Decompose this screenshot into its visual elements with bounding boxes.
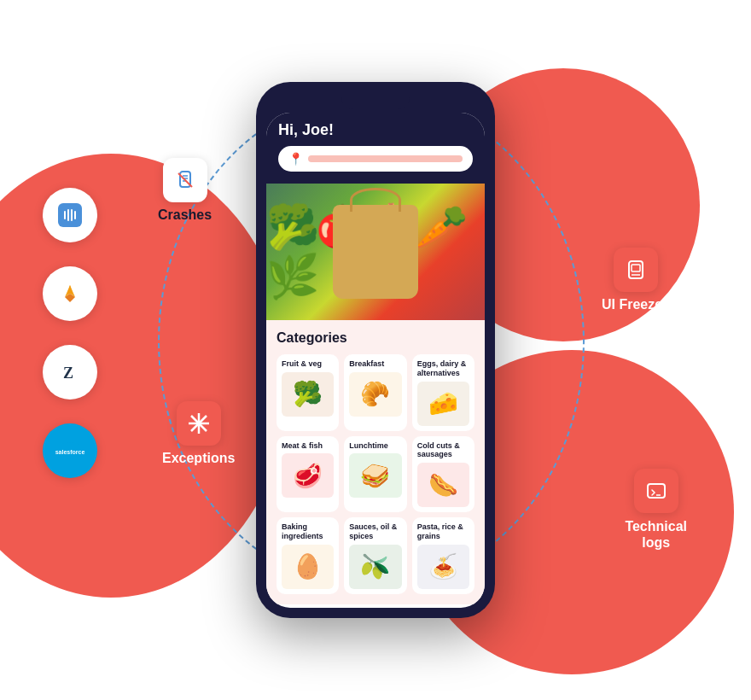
category-card[interactable]: Baking ingredients🥚 (277, 517, 339, 594)
svg-rect-3 (71, 209, 73, 221)
search-bar-fill (308, 155, 463, 162)
category-image: 🥐 (349, 372, 401, 417)
category-name: Eggs, dairy & alternatives (417, 359, 469, 378)
technical-logs-label: Technicallogs (625, 469, 687, 551)
phone-greeting: Hi, Joe! (278, 121, 473, 139)
category-name: Sauces, oil & spices (349, 522, 401, 541)
category-card[interactable]: Fruit & veg🥦 (277, 354, 339, 431)
category-card[interactable]: Breakfast🥐 (344, 354, 406, 431)
category-image: 🧀 (417, 382, 469, 426)
category-card[interactable]: Lunchtime🥪 (344, 436, 406, 513)
categories-title: Categories (277, 330, 474, 346)
integration-firebase (43, 266, 97, 321)
integration-salesforce: salesforce (43, 423, 97, 478)
category-card[interactable]: Meat & fish🥩 (277, 436, 339, 513)
exceptions-text: Exceptions (162, 451, 235, 466)
svg-rect-21 (632, 265, 640, 271)
integrations-list: Z salesforce (43, 188, 97, 478)
svg-text:salesforce: salesforce (55, 449, 85, 455)
category-name: Meat & fish (282, 441, 323, 451)
technical-logs-icon-box (634, 469, 678, 513)
phone-search-bar[interactable]: 📍 (278, 146, 473, 172)
crashes-icon-box (163, 158, 207, 202)
phone-body: Hi, Joe! 📍 🥦🍅🧅🥕🌿 Categories Fruit & veg🥦… (256, 82, 495, 618)
svg-rect-1 (64, 211, 66, 219)
category-name: Baking ingredients (282, 522, 334, 541)
svg-text:Z: Z (63, 365, 73, 382)
category-image: 🥦 (282, 372, 334, 417)
location-pin-icon: 📍 (288, 152, 303, 166)
phone-screen: Hi, Joe! 📍 🥦🍅🧅🥕🌿 Categories Fruit & veg🥦… (266, 113, 485, 608)
svg-rect-4 (74, 211, 76, 219)
phone-mockup: Hi, Joe! 📍 🥦🍅🧅🥕🌿 Categories Fruit & veg🥦… (256, 82, 495, 618)
svg-rect-2 (67, 209, 69, 221)
phone-header: Hi, Joe! 📍 (266, 113, 485, 184)
ui-freezes-label: UI Freezes (602, 248, 670, 312)
grocery-hero-image: 🥦🍅🧅🥕🌿 (266, 184, 485, 320)
ui-freezes-icon-box (614, 248, 658, 292)
category-name: Lunchtime (349, 441, 388, 451)
category-image: 🌭 (417, 463, 469, 507)
crashes-label: Crashes (158, 158, 212, 223)
exceptions-label: Exceptions (162, 401, 235, 466)
categories-grid: Fruit & veg🥦Breakfast🥐Eggs, dairy & alte… (277, 354, 474, 594)
phone-notch (341, 92, 410, 109)
integration-zendesk: Z (43, 345, 97, 400)
category-image: 🍝 (417, 545, 469, 589)
category-name: Pasta, rice & grains (417, 522, 469, 541)
grocery-bag (333, 205, 418, 299)
category-card[interactable]: Pasta, rice & grains🍝 (412, 517, 474, 594)
category-name: Cold cuts & sausages (417, 441, 469, 460)
category-card[interactable]: Eggs, dairy & alternatives🧀 (412, 354, 474, 431)
category-image: 🫒 (349, 545, 401, 589)
category-name: Fruit & veg (282, 359, 322, 369)
category-card[interactable]: Cold cuts & sausages🌭 (412, 436, 474, 513)
ui-freezes-text: UI Freezes (602, 297, 670, 312)
category-card[interactable]: Sauces, oil & spices🫒 (344, 517, 406, 594)
crashes-text: Crashes (158, 207, 212, 223)
category-image: 🥪 (349, 453, 401, 498)
category-image: 🥚 (282, 545, 334, 589)
svg-rect-0 (58, 203, 82, 227)
categories-section: Categories Fruit & veg🥦Breakfast🥐Eggs, d… (266, 320, 485, 604)
technical-logs-text: Technicallogs (625, 518, 687, 551)
category-name: Breakfast (349, 359, 384, 369)
category-image: 🥩 (282, 453, 334, 498)
integration-intercom (43, 188, 97, 242)
exceptions-icon-box (177, 401, 221, 446)
